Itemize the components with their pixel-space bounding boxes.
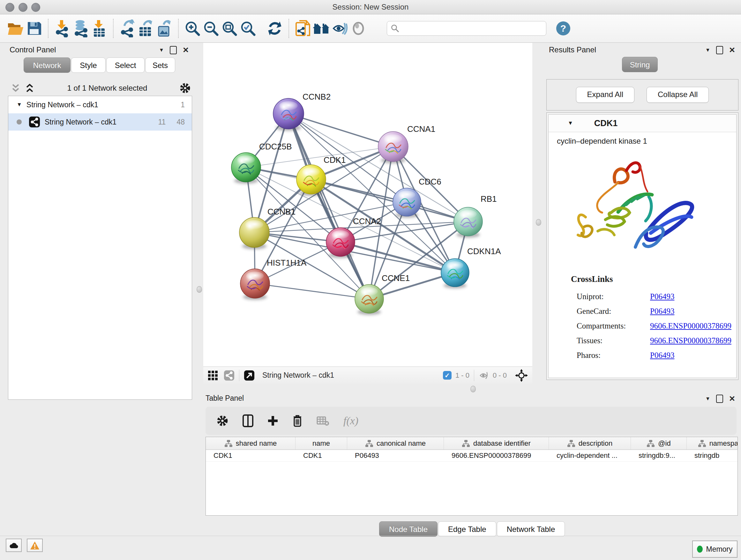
edge-count: 48 — [177, 118, 185, 126]
panel-menu-icon[interactable]: ▼ — [705, 48, 711, 53]
tab-style[interactable]: Style — [71, 57, 106, 73]
column-header-canonical-name[interactable]: canonical name — [347, 437, 444, 449]
selected-items-icon[interactable]: ✓ — [443, 371, 452, 380]
window-title: Session: New Session — [0, 0, 741, 14]
column-header-database-identifier[interactable]: database identifier — [444, 437, 549, 449]
import-network-file-icon[interactable] — [53, 18, 71, 38]
tab-node-table[interactable]: Node Table — [379, 521, 437, 537]
delete-column-icon[interactable] — [292, 415, 302, 427]
detach-view-icon[interactable] — [244, 370, 255, 381]
panel-menu-icon[interactable]: ▼ — [159, 48, 164, 53]
table-panel-title: Table Panel — [205, 394, 244, 402]
search-icon — [391, 24, 399, 33]
column-header-description[interactable]: description — [549, 437, 631, 449]
table-row[interactable]: CDK1CDK1P064939606.ENSP00000378699cyclin… — [206, 450, 738, 462]
tab-network-table[interactable]: Network Table — [497, 521, 565, 537]
crosslink-link[interactable]: P06493 — [650, 307, 674, 316]
zoom-in-icon[interactable] — [183, 18, 202, 38]
export-network-icon[interactable] — [118, 18, 137, 38]
protein-description: cyclin–dependent kinase 1 — [557, 137, 736, 145]
zoom-out-icon[interactable] — [202, 18, 220, 38]
left-splitter-handle[interactable] — [197, 286, 202, 293]
column-header-@id[interactable]: @id — [631, 437, 687, 449]
protein-section-header[interactable]: ▼ CDK1 — [549, 115, 736, 132]
grid-view-icon[interactable] — [208, 370, 218, 381]
panel-close-icon[interactable]: ✕ — [183, 46, 189, 54]
crosslink-link[interactable]: P06493 — [650, 292, 674, 301]
export-table-icon[interactable] — [137, 18, 155, 38]
import-table-file-icon[interactable] — [90, 18, 109, 38]
control-panel-tabs: Network Style Select Sets — [23, 57, 176, 73]
panel-float-icon[interactable] — [170, 46, 177, 54]
show-columns-icon[interactable] — [243, 415, 253, 427]
crosslink-link[interactable]: 9606.ENSP00000378699 — [650, 321, 731, 330]
warnings-button[interactable] — [27, 539, 43, 552]
tab-network[interactable]: Network — [23, 57, 71, 73]
tab-sets[interactable]: Sets — [145, 57, 175, 73]
expand-all-icon[interactable] — [24, 83, 35, 93]
collapse-all-icon[interactable] — [10, 83, 21, 93]
add-column-icon[interactable] — [267, 415, 278, 426]
help-icon[interactable]: ? — [554, 18, 572, 38]
string-view-icon[interactable] — [224, 370, 234, 381]
bottom-splitter-handle[interactable] — [470, 386, 476, 392]
duplicate-network-icon[interactable] — [293, 18, 312, 38]
right-splitter-handle[interactable] — [536, 219, 541, 226]
search-input[interactable] — [402, 24, 542, 33]
collapse-all-button[interactable]: Collapse All — [647, 87, 709, 103]
export-image-icon[interactable] — [155, 18, 174, 38]
zoom-fit-icon[interactable] — [220, 18, 239, 38]
selected-counts: 1 - 0 — [455, 371, 469, 380]
panel-close-icon[interactable]: ✕ — [729, 46, 735, 54]
hide-selected-icon[interactable] — [331, 18, 349, 38]
birdseye-crosshair-icon[interactable] — [515, 369, 528, 382]
network-options-gear-icon[interactable] — [179, 82, 191, 94]
save-session-icon[interactable] — [25, 18, 44, 38]
search-field[interactable] — [387, 21, 546, 36]
expand-all-button[interactable]: Expand All — [576, 87, 634, 103]
toolbar-separator — [178, 19, 179, 38]
hidden-items-icon[interactable] — [479, 371, 489, 380]
memory-button[interactable]: Memory — [692, 541, 738, 558]
cloud-button[interactable] — [6, 539, 22, 552]
tab-string[interactable]: String — [622, 57, 658, 72]
panel-float-icon[interactable] — [716, 46, 723, 54]
crosslinks-section: CrossLinks Uniprot:P06493GeneCard:P06493… — [549, 274, 736, 363]
current-network-name: String Network – cdk1 — [262, 371, 334, 380]
network-label: String Network – cdk1 — [45, 118, 117, 126]
network-row[interactable]: String Network – cdk1 11 48 — [8, 113, 192, 131]
table-options-gear-icon[interactable] — [216, 415, 228, 427]
crosslink-link[interactable]: P06493 — [650, 351, 674, 360]
panel-close-icon[interactable]: ✕ — [729, 395, 735, 402]
panel-menu-icon[interactable]: ▼ — [705, 396, 711, 401]
tab-select[interactable]: Select — [106, 57, 145, 73]
crosslink-row: Tissues:9606.ENSP00000378699 — [549, 333, 736, 348]
column-header-namespace[interactable]: namespace — [687, 437, 738, 449]
crosslink-link[interactable]: 9606.ENSP00000378699 — [650, 336, 731, 345]
crosslink-label: Uniprot: — [577, 292, 650, 301]
memory-status-dot — [697, 546, 703, 553]
tree-expander-icon[interactable]: ▼ — [17, 102, 22, 108]
import-network-database-icon[interactable] — [71, 18, 90, 38]
network-collection-row[interactable]: ▼ String Network – cdk1 1 — [8, 96, 192, 113]
column-header-name[interactable]: name — [295, 437, 347, 449]
home-icon[interactable] — [312, 18, 331, 38]
column-header-shared-name[interactable]: shared name — [206, 437, 295, 449]
crosslink-row: GeneCard:P06493 — [549, 304, 736, 319]
refresh-layout-icon[interactable] — [266, 18, 284, 38]
table-cell: CDK1 — [295, 450, 347, 461]
protein-structure-image — [567, 151, 701, 263]
open-session-icon[interactable] — [6, 18, 25, 38]
crosslink-label: Compartments: — [577, 321, 650, 330]
show-all-icon[interactable] — [349, 18, 367, 38]
network-edges — [246, 114, 468, 299]
tab-edge-table[interactable]: Edge Table — [438, 521, 496, 537]
section-expander-icon[interactable]: ▼ — [568, 120, 573, 126]
zoom-selected-icon[interactable] — [239, 18, 257, 38]
function-builder-icon: f(x) — [343, 415, 358, 427]
node-table: shared namenamecanonical namedatabase id… — [205, 437, 738, 516]
collection-label: String Network – cdk1 — [26, 101, 98, 109]
network-selection-status: 1 of 1 Network selected — [35, 84, 179, 92]
panel-float-icon[interactable] — [716, 395, 723, 403]
network-canvas[interactable]: CCNB2CCNA1CDC25BCDK1CDC6RB1CCNB1CCNA2CDK… — [203, 43, 532, 367]
